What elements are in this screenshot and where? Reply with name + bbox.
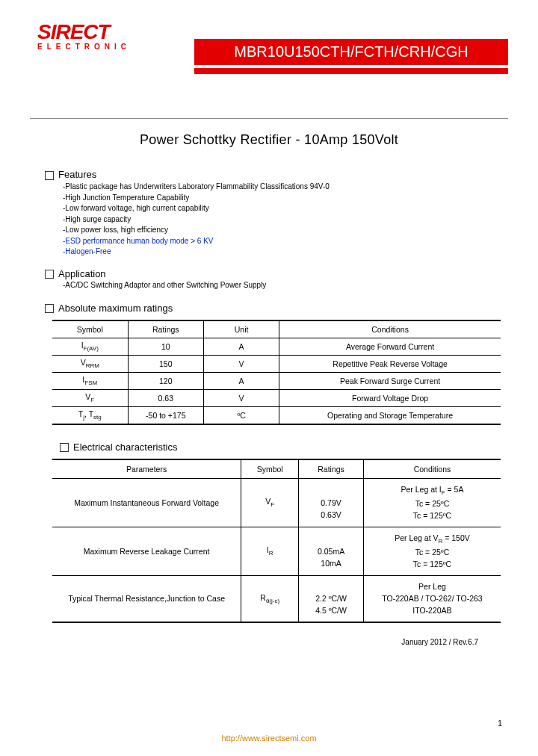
cell-symbol: Rθ(j-c) [241,575,299,622]
col-ratings: Ratings [128,320,204,338]
cell-param: Typical Thermal Resistance,Junction to C… [52,575,241,622]
cell-rating: -50 to +175 [128,406,204,424]
cell-symbol: VF [52,389,128,406]
title-underline [194,68,508,74]
cell-rating: 10 [128,338,204,355]
application-text: -AC/DC Switching Adaptor and other Switc… [63,281,508,289]
cell-rating: 120 [128,372,204,389]
feature-item: -High Junction Temperature Capability [63,193,508,204]
table-header-row: Symbol Ratings Unit Conditions [52,320,501,338]
cell-conditions: Per Leg at IF = 5ATc = 25ºCTc = 125ºC [363,478,501,527]
table-row: IF(AV) 10 A Average Forward Current [52,338,501,355]
cell-unit: V [204,355,279,372]
page-number: 1 [498,719,502,728]
datasheet-page: SIRECT ELECTRONIC MBR10U150CTH/FCTH/CRH/… [0,0,538,756]
col-conditions: Conditions [363,459,501,479]
cell-ratings: 0.79V0.63V [299,478,364,527]
cell-cond: Repetitive Peak Reverse Voltage [279,355,501,372]
feature-item: -Low forward voltage, high current capab… [63,203,508,214]
cell-cond: Peak Forward Surge Current [279,372,501,389]
revision-date: January 2012 / Rev.6.7 [30,638,478,646]
cell-unit: ºC [204,406,279,424]
cell-symbol: IFSM [52,372,128,389]
cell-symbol: Tj, Tstg [52,406,128,424]
col-parameters: Parameters [52,459,241,479]
abs-max-heading: Absolute maximum ratings [45,303,508,314]
cell-cond: Forward Voltage Drop [279,389,501,406]
col-unit: Unit [204,320,279,338]
title-bar: MBR10U150CTH/FCTH/CRH/CGH [194,39,508,74]
table-row: Maximum Instantaneous Forward Voltage VF… [52,478,501,527]
col-symbol: Symbol [52,320,128,338]
cell-symbol: VRRM [52,355,128,372]
feature-item: -Halogen-Free [63,247,508,258]
footer-url: http://www.sirectsemi.com [0,734,538,743]
cell-ratings: 2.2 ºC/W4.5 ºC/W [299,575,364,622]
table-row: VRRM 150 V Repetitive Peak Reverse Volta… [52,355,501,372]
table-header-row: Parameters Symbol Ratings Conditions [52,459,501,479]
features-list: -Plastic package has Underwriters Labora… [63,182,508,258]
elec-char-table: Parameters Symbol Ratings Conditions Max… [52,459,501,623]
cell-ratings: 0.05mA10mA [299,527,364,575]
table-row: Maximum Reverse Leakage Current IR 0.05m… [52,527,501,575]
cell-cond: Operating and Storage Temperature [279,406,501,424]
cell-unit: A [204,338,279,355]
col-symbol: Symbol [241,459,299,479]
cell-rating: 0.63 [128,389,204,406]
cell-param: Maximum Instantaneous Forward Voltage [52,478,241,527]
document-subtitle: Power Schottky Rectifier - 10Amp 150Volt [30,132,508,148]
features-heading: Features [45,169,508,180]
feature-item: -ESD performance human body mode > 6 KV [63,236,508,247]
cell-conditions: Per Leg at VR = 150VTc = 25ºCTc = 125ºC [363,527,501,575]
header-divider [30,118,508,119]
table-row: Tj, Tstg -50 to +175 ºC Operating and St… [52,406,501,424]
feature-item: -High surge capacity [63,214,508,226]
cell-symbol: IR [241,527,299,575]
cell-symbol: VF [241,478,299,527]
table-row: VF 0.63 V Forward Voltage Drop [52,389,501,406]
col-ratings: Ratings [299,459,364,479]
cell-cond: Average Forward Current [279,338,501,355]
cell-rating: 150 [128,355,204,372]
cell-symbol: IF(AV) [52,338,128,355]
cell-unit: A [204,372,279,389]
cell-param: Maximum Reverse Leakage Current [52,527,241,575]
application-heading: Application [45,268,508,279]
table-row: IFSM 120 A Peak Forward Surge Current [52,372,501,389]
part-number: MBR10U150CTH/FCTH/CRH/CGH [194,39,508,65]
feature-item: -Low power loss, high efficiency [63,225,508,236]
table-row: Typical Thermal Resistance,Junction to C… [52,575,501,622]
cell-unit: V [204,389,279,406]
cell-conditions: Per LegTO-220AB / TO-262/ TO-263ITO-220A… [363,575,501,622]
elec-heading: Electrical characteristics [60,441,508,453]
abs-max-table: Symbol Ratings Unit Conditions IF(AV) 10… [52,320,501,425]
feature-item: -Plastic package has Underwriters Labora… [63,182,508,193]
col-conditions: Conditions [279,320,501,338]
